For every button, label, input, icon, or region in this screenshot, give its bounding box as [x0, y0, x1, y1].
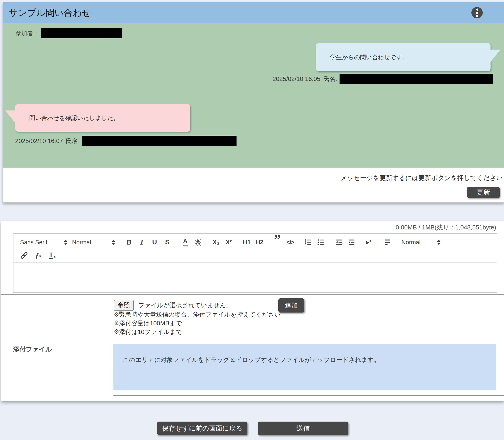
- italic-button[interactable]: I: [138, 236, 146, 248]
- align-button[interactable]: [384, 236, 391, 248]
- superscript-button[interactable]: X²: [225, 236, 233, 248]
- attachment-note: ※添付容量は100MBまで: [114, 319, 281, 327]
- bullet-list-button[interactable]: [317, 236, 325, 248]
- h2-button[interactable]: H2: [255, 236, 263, 248]
- font-picker[interactable]: Sans Serif: [20, 236, 67, 248]
- message-size-indicator: 0.00MB / 1MB(残り：1,048,551byte): [396, 223, 496, 232]
- text-color-icon: A: [183, 238, 187, 247]
- compose-card: 0.00MB / 1MB(残り：1,048,551byte) Sans Seri…: [1, 221, 504, 401]
- align-lines-icon: [384, 238, 391, 246]
- chat-footer: メッセージを更新するには更新ボタンを押してください 更新: [3, 168, 504, 202]
- editor-toolbar: Sans Serif Normal B I U S A: [14, 234, 497, 262]
- redacted-name: [82, 136, 237, 146]
- indent-icon: [348, 238, 355, 246]
- page-title: サンプル問い合わせ: [9, 7, 91, 19]
- numbered-list-icon: 123: [304, 238, 312, 246]
- svg-text:3: 3: [305, 243, 306, 246]
- redacted-participant-name: [41, 28, 122, 38]
- chat-bubble-right: 学生からの問い合わせです。: [316, 43, 490, 71]
- outdent-icon: [335, 238, 343, 246]
- background-color-button[interactable]: A: [194, 236, 202, 248]
- direction-button[interactable]: ▸¶: [366, 236, 374, 248]
- indent-button[interactable]: [347, 236, 356, 248]
- browse-file-button[interactable]: 参照: [114, 300, 134, 311]
- chat-area: 参加者： 学生からの問い合わせです。 2025/02/10 16:05 氏名: …: [3, 23, 504, 168]
- conversation-header: サンプル問い合わせ: [3, 2, 504, 23]
- formula-button[interactable]: ƒx: [34, 249, 42, 261]
- picker-arrows-icon: [437, 240, 440, 245]
- attachment-note: ※添付は10ファイルまで: [114, 328, 281, 336]
- message-text: 学生からの問い合わせです。: [330, 53, 408, 61]
- redacted-name: [340, 74, 493, 84]
- dropzone-hint-text: このエリアに対象ファイルをドラッグ＆ドロップするとファイルがアップロードされます…: [123, 356, 380, 363]
- menu-button[interactable]: [471, 7, 483, 18]
- participants-row: 参加者：: [15, 28, 122, 38]
- attachment-notes: ※緊急時や大量送信の場合、添付ファイルを控えてください ※添付容量は100MBま…: [114, 311, 281, 337]
- picker-arrows-icon: [112, 240, 115, 245]
- size-picker[interactable]: Normal: [402, 236, 440, 248]
- rich-text-editor: Sans Serif Normal B I U S A: [13, 233, 497, 293]
- message-text: 問い合わせを確認いたしました。: [29, 114, 119, 122]
- name-label: 氏名:: [323, 75, 337, 83]
- participants-label: 参加者：: [15, 29, 39, 37]
- chain-link-icon: [20, 251, 28, 260]
- size-picker-value: Normal: [402, 239, 421, 246]
- update-button[interactable]: 更新: [467, 187, 500, 198]
- outdent-button[interactable]: [335, 236, 343, 248]
- send-button[interactable]: 送信: [258, 422, 348, 435]
- code-block-button[interactable]: </>: [286, 236, 294, 248]
- kebab-menu-icon: [476, 9, 478, 17]
- message-meta-left: 2025/02/10 16:07 氏名:: [15, 136, 237, 146]
- message-timestamp: 2025/02/10 16:07: [15, 138, 63, 145]
- attachments-field-label: 添付ファイル: [13, 345, 52, 354]
- attachment-note: ※緊急時や大量送信の場合、添付ファイルを控えてください: [114, 311, 281, 318]
- picker-arrows-icon: [64, 240, 67, 245]
- clean-format-button[interactable]: Tx: [48, 249, 57, 261]
- section-divider: [1, 294, 504, 295]
- heading-picker-value: Normal: [72, 239, 91, 246]
- editor-content[interactable]: [14, 262, 497, 292]
- bubble-tail-icon: [490, 50, 501, 63]
- bold-button[interactable]: B: [125, 236, 133, 248]
- blockquote-button[interactable]: ”: [274, 236, 281, 248]
- conversation-card: サンプル問い合わせ 参加者： 学生からの問い合わせです。 2025/02/10 …: [3, 2, 504, 203]
- font-picker-value: Sans Serif: [20, 239, 47, 246]
- chat-bubble-left: 問い合わせを確認いたしました。: [15, 104, 190, 132]
- bubble-tail-icon: [5, 110, 15, 124]
- update-hint: メッセージを更新するには更新ボタンを押してください: [341, 174, 503, 182]
- clean-format-icon: T: [49, 252, 53, 259]
- attachments-divider: [114, 395, 504, 396]
- subscript-button[interactable]: X₂: [212, 236, 220, 248]
- background-color-icon: A: [195, 239, 201, 246]
- strike-button[interactable]: S: [163, 236, 171, 248]
- message-timestamp: 2025/02/10 16:05: [273, 75, 320, 82]
- page: サンプル問い合わせ 参加者： 学生からの問い合わせです。 2025/02/10 …: [0, 0, 504, 440]
- message-meta-right: 2025/02/10 16:05 氏名:: [273, 74, 493, 84]
- underline-button[interactable]: U: [151, 236, 158, 248]
- link-button[interactable]: [20, 249, 28, 261]
- heading-picker[interactable]: Normal: [72, 236, 115, 248]
- bulleted-list-icon: [317, 238, 325, 246]
- no-file-selected-text: ファイルが選択されていません。: [138, 301, 232, 309]
- add-file-button[interactable]: 追加: [278, 298, 304, 313]
- text-color-button[interactable]: A: [181, 236, 189, 248]
- file-dropzone[interactable]: このエリアに対象ファイルをドラッグ＆ドロップするとファイルがアップロードされます…: [114, 344, 496, 390]
- formula-icon: ƒ: [35, 252, 39, 260]
- ordered-list-button[interactable]: 123: [304, 236, 312, 248]
- name-label: 氏名:: [66, 137, 80, 145]
- back-without-saving-button[interactable]: 保存せずに前の画面に戻る: [157, 422, 247, 435]
- h1-button[interactable]: H1: [243, 236, 251, 248]
